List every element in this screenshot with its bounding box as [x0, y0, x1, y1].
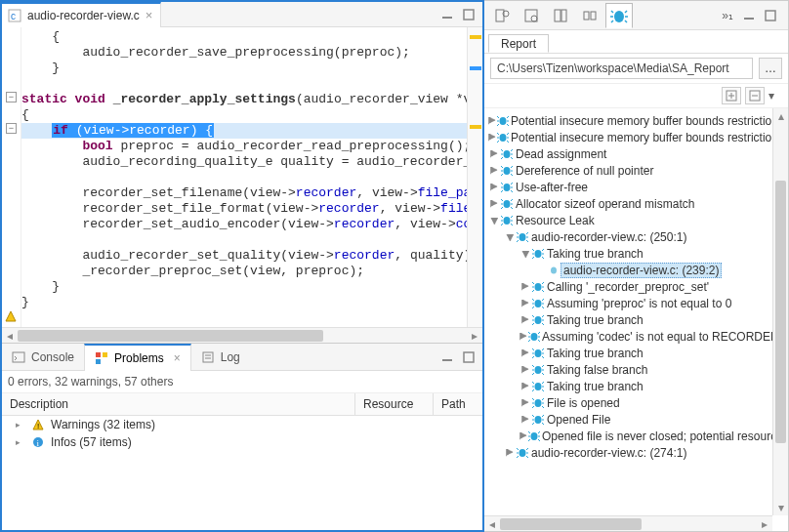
toolbar-btn-4[interactable]: [576, 3, 603, 28]
fold-minus-icon[interactable]: −: [6, 92, 17, 102]
tree-item[interactable]: ⯈Assuming 'codec' is not equal to RECORD…: [484, 328, 772, 345]
minimize-icon[interactable]: [741, 8, 757, 23]
code-editor[interactable]: { audio_recorder_save_preprocessing(prep…: [21, 27, 467, 327]
tree-item[interactable]: ⯈Assuming 'preproc' is not equal to 0: [484, 295, 772, 311]
maximize-icon[interactable]: [763, 8, 778, 23]
problems-group[interactable]: ▸!Warnings (32 items): [2, 416, 482, 433]
tree-item[interactable]: ⯈Calling '_recorder_preproc_set': [484, 278, 772, 295]
toolbar-btn-1[interactable]: [488, 3, 516, 28]
tree-twisty-icon[interactable]: ⯈: [488, 183, 500, 192]
problems-summary: 0 errors, 32 warnings, 57 others: [2, 371, 482, 393]
tree-twisty-icon[interactable]: ⯈: [519, 348, 531, 358]
tree-item[interactable]: ⯈File is opened: [484, 394, 772, 411]
tree-twisty-icon[interactable]: ⯈: [519, 332, 528, 342]
scroll-left-icon[interactable]: ◂: [2, 329, 18, 343]
tree-twisty-icon[interactable]: ⯈: [519, 415, 531, 425]
tree-twisty-icon[interactable]: ⯈: [488, 199, 500, 209]
tree-item[interactable]: ⯈Opened file is never closed; potential …: [484, 428, 772, 444]
tree-item[interactable]: ⯈Dereference of null pointer: [484, 162, 772, 179]
tab-console[interactable]: Console: [2, 344, 84, 371]
toolbar-btn-2[interactable]: [518, 3, 545, 28]
svg-line-130: [528, 340, 530, 342]
svg-line-45: [497, 124, 499, 126]
svg-line-101: [532, 257, 534, 259]
col-resource[interactable]: Resource: [355, 393, 434, 415]
tree-twisty-icon[interactable]: ⯈: [519, 282, 531, 292]
svg-line-48: [497, 133, 499, 135]
tab-problems[interactable]: Problems ×: [84, 344, 191, 371]
scroll-up-icon[interactable]: ▴: [773, 108, 788, 124]
tab-log[interactable]: Log: [191, 344, 250, 371]
overflow-indicator[interactable]: »₁: [716, 9, 739, 22]
report-tab-row: Report: [484, 30, 788, 54]
tree-twisty-icon[interactable]: ⯆: [519, 249, 531, 259]
tree-twisty-icon[interactable]: ⯈: [519, 398, 531, 408]
tree-item[interactable]: ⯈Potential insecure memory buffer bounds…: [484, 129, 772, 145]
svg-line-59: [501, 157, 503, 159]
tree-item[interactable]: ⯈Taking true branch: [484, 378, 772, 394]
close-icon[interactable]: ×: [174, 351, 181, 365]
tree-item[interactable]: audio-recorder-view.c: (239:2): [484, 262, 772, 278]
toolbar-btn-3[interactable]: [547, 3, 574, 28]
tree-item[interactable]: ⯆Taking true branch: [484, 245, 772, 262]
tree-twisty-icon[interactable]: ⯈: [519, 299, 531, 308]
col-path[interactable]: Path: [434, 393, 482, 415]
col-description[interactable]: Description: [2, 393, 355, 415]
svg-line-159: [542, 406, 544, 408]
tree-twisty-icon[interactable]: ⯈: [504, 448, 516, 458]
svg-line-116: [532, 307, 534, 308]
tree-twisty-icon[interactable]: ⯈: [488, 166, 500, 176]
browse-button[interactable]: …: [759, 58, 782, 79]
bug-report-button[interactable]: [605, 3, 633, 28]
minimize-icon[interactable]: [439, 349, 455, 365]
maximize-icon[interactable]: [461, 349, 477, 365]
svg-point-146: [535, 383, 542, 390]
tree-twisty-icon[interactable]: ⯈: [519, 431, 528, 441]
tree-item[interactable]: ⯈Taking true branch: [484, 311, 772, 328]
tree-twisty-icon[interactable]: ⯈: [488, 133, 497, 143]
editor-hscrollbar[interactable]: ◂ ▸: [2, 327, 482, 343]
tree-item[interactable]: ⯈Dead assignment: [484, 145, 772, 162]
tree-item[interactable]: ⯆audio-recorder-view.c: (250:1): [484, 228, 772, 245]
scroll-right-icon[interactable]: ▸: [467, 329, 482, 343]
tree-vscrollbar[interactable]: ▴ ▾: [772, 108, 788, 515]
tree-twisty-icon[interactable]: ⯈: [488, 116, 497, 126]
minimize-icon[interactable]: [439, 7, 455, 22]
tree-twisty-icon[interactable]: ⯈: [519, 382, 531, 391]
tree-item[interactable]: ⯈Opened File: [484, 411, 772, 428]
expand-all-button[interactable]: [722, 87, 741, 104]
report-path-input[interactable]: [490, 58, 753, 79]
tree-item[interactable]: ⯈audio-recorder-view.c: (274:1): [484, 444, 772, 461]
tree-hscrollbar[interactable]: ◂ ▸: [484, 515, 772, 531]
collapse-all-button[interactable]: [745, 87, 765, 104]
close-icon[interactable]: ×: [145, 8, 153, 22]
report-tree[interactable]: ⯈Potential insecure memory buffer bounds…: [484, 108, 772, 515]
scroll-down-icon[interactable]: ▾: [773, 500, 788, 515]
overview-ruler[interactable]: [467, 27, 482, 327]
scroll-left-icon[interactable]: ◂: [484, 517, 500, 531]
tree-twisty-icon[interactable]: ⯈: [488, 149, 500, 159]
view-menu-icon[interactable]: ▾: [768, 89, 782, 102]
tree-item[interactable]: ⯈Use-after-free: [484, 179, 772, 195]
tree-item[interactable]: ⯈Taking false branch: [484, 361, 772, 378]
editor-tab[interactable]: c audio-recorder-view.c ×: [2, 2, 161, 27]
report-tab[interactable]: Report: [488, 34, 549, 53]
svg-line-158: [532, 406, 534, 408]
scroll-right-icon[interactable]: ▸: [757, 517, 772, 531]
svg-line-56: [511, 149, 513, 151]
problems-list[interactable]: ▸!Warnings (32 items)▸iInfos (57 items): [2, 416, 482, 530]
maximize-icon[interactable]: [461, 7, 477, 22]
tree-twisty-icon[interactable]: ⯈: [519, 315, 531, 325]
tree-item[interactable]: ⯈Taking true branch: [484, 345, 772, 361]
svg-line-90: [517, 232, 519, 234]
svg-point-160: [535, 416, 542, 424]
tree-twisty-icon[interactable]: ⯈: [519, 365, 531, 375]
tree-twisty-icon[interactable]: ⯆: [488, 216, 500, 225]
problems-group[interactable]: ▸iInfos (57 items): [2, 433, 482, 451]
fold-minus-icon[interactable]: −: [6, 123, 17, 134]
tree-item[interactable]: ⯈Allocator sizeof operand mismatch: [484, 195, 772, 212]
tree-item[interactable]: ⯆Resource Leak: [484, 212, 772, 228]
tree-item[interactable]: ⯈Potential insecure memory buffer bounds…: [484, 112, 772, 129]
tree-twisty-icon[interactable]: ⯆: [504, 232, 516, 242]
svg-rect-34: [766, 11, 775, 20]
